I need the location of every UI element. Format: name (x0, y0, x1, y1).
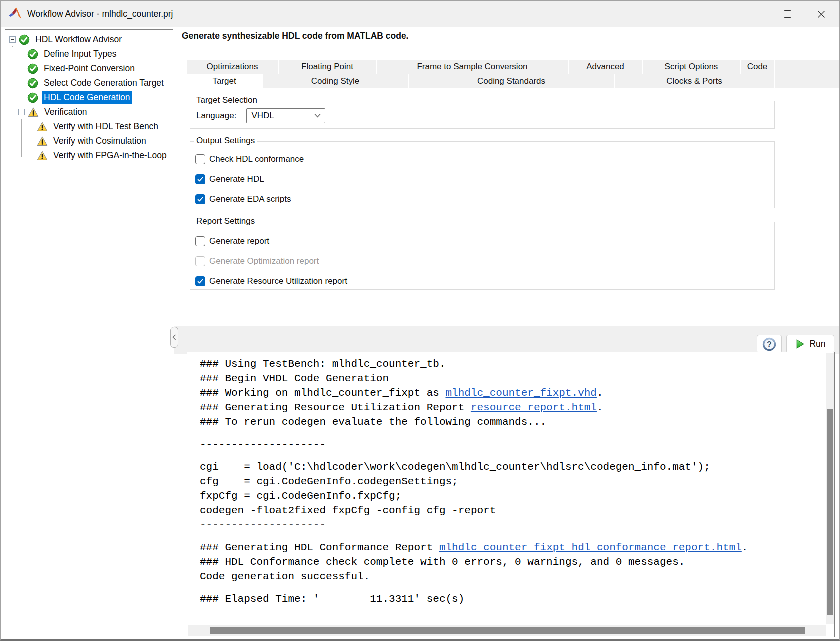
run-button[interactable]: Run (786, 335, 834, 353)
help-button[interactable]: ? (757, 335, 782, 353)
check-icon (27, 92, 38, 103)
log-link[interactable]: resource_report.html (471, 402, 597, 413)
tab-clocks-ports[interactable]: Clocks & Ports (615, 74, 775, 88)
console-line: ### Working on mlhdlc_counter_fixpt as m… (200, 386, 825, 400)
tab-coding-standards[interactable]: Coding Standards (409, 74, 615, 88)
tree-item-verify-with-cosimulation[interactable]: Verify with Cosimulation (5, 134, 173, 148)
checkbox-generate-resource-utilization-report[interactable] (195, 276, 205, 286)
tab-row-2: TargetCoding StyleCoding StandardsClocks… (187, 74, 839, 88)
log-text: . (597, 387, 603, 399)
target-selection-legend: Target Selection (194, 95, 260, 105)
tree-item-select-code-generation-target[interactable]: Select Code Generation Target (5, 76, 173, 90)
tab-frame-to-sample-conversion[interactable]: Frame to Sample Conversion (377, 60, 569, 74)
log-link[interactable]: mlhdlc_counter_fixpt.vhd (445, 387, 596, 399)
option-generate-hdl[interactable]: Generate HDL (195, 172, 774, 186)
output-settings-legend: Output Settings (194, 136, 257, 146)
checkbox-generate-hdl[interactable] (195, 174, 205, 184)
console-blank-line (200, 584, 825, 592)
tab-optimizations[interactable]: Optimizations (187, 60, 279, 74)
tree-item-hdl-workflow-advisor[interactable]: HDL Workflow Advisor (5, 32, 173, 47)
option-generate-resource-utilization-report[interactable]: Generate Resource Utilization report (195, 274, 774, 288)
action-bar (174, 326, 839, 354)
option-generate-eda-scripts[interactable]: Generate EDA scripts (195, 192, 774, 206)
checkbox-generate-eda-scripts[interactable] (195, 194, 205, 204)
matlab-logo-icon (8, 7, 22, 21)
horizontal-scrollbar[interactable] (188, 625, 826, 636)
check-icon-wrap (27, 92, 38, 103)
warning-icon (37, 150, 48, 161)
maximize-icon (784, 10, 791, 18)
tree-item-label: Verification (42, 106, 89, 118)
tree-item-verification[interactable]: Verification (5, 105, 173, 119)
console-line: -------------------- (200, 437, 825, 452)
tab-coding-style[interactable]: Coding Style (263, 74, 409, 88)
close-button[interactable] (804, 1, 838, 27)
log-text: . (742, 542, 748, 553)
checkbox-label: Generate HDL (209, 174, 264, 184)
vertical-scrollbar-thumb[interactable] (827, 409, 833, 615)
checkbox-check-hdl-conformance[interactable] (195, 154, 205, 164)
tab-floating-point[interactable]: Floating Point (279, 60, 377, 74)
checkmark-icon (197, 278, 204, 285)
output-settings-group: Output Settings Check HDL conformanceGen… (190, 141, 775, 208)
horizontal-scrollbar-thumb[interactable] (210, 627, 805, 634)
settings-tabs: OptimizationsFloating PointFrame to Samp… (187, 60, 839, 88)
warning-icon (37, 121, 48, 132)
tab-code[interactable]: Code (741, 60, 775, 74)
option-check-hdl-conformance[interactable]: Check HDL conformance (195, 152, 774, 166)
log-text: ### Elapsed Time: ' 11.3311' sec(s) (200, 593, 464, 605)
log-text: Code generation successful. (200, 571, 370, 582)
minimize-button[interactable] (736, 1, 770, 27)
tree-connector (21, 119, 22, 157)
console-line: fxpCfg = cgi.CodeGenInfo.fxpCfg; (200, 489, 825, 503)
collapse-expander-icon[interactable] (18, 109, 25, 115)
tab-target[interactable]: Target (187, 74, 263, 88)
option-generate-optimization-report[interactable]: Generate Optimization report (195, 254, 774, 268)
check-icon-wrap (27, 49, 38, 60)
tree-item-label: HDL Workflow Advisor (33, 33, 124, 46)
tree-item-fixed-point-conversion[interactable]: Fixed-Point Conversion (5, 61, 173, 76)
log-link[interactable]: mlhdlc_counter_fixpt_hdl_conformance_rep… (439, 542, 742, 553)
warning-icon (37, 136, 48, 147)
check-icon (19, 34, 30, 45)
language-label: Language: (196, 111, 236, 121)
language-row: Language: VHDL (196, 108, 325, 123)
tree-item-define-input-types[interactable]: Define Input Types (5, 47, 173, 61)
tree-item-label: Fixed-Point Conversion (42, 62, 137, 75)
warning-icon (28, 107, 39, 118)
tab-advanced[interactable]: Advanced (569, 60, 643, 74)
check-icon-wrap (27, 63, 38, 74)
warning-icon-wrap (37, 136, 48, 147)
collapse-handle[interactable] (170, 327, 178, 348)
tree-item-label: Verify with Cosimulation (51, 135, 148, 147)
maximize-button[interactable] (770, 1, 804, 27)
report-settings-group: Report Settings Generate reportGenerate … (190, 222, 775, 290)
console-line: Code generation successful. (200, 569, 825, 584)
vertical-scrollbar[interactable] (826, 353, 834, 624)
tab-script-options[interactable]: Script Options (643, 60, 741, 74)
collapse-expander-icon[interactable] (9, 36, 16, 43)
warning-icon-wrap (37, 150, 48, 161)
tree-item-verify-with-fpga-in-the-loop[interactable]: Verify with FPGA-in-the-Loop (5, 148, 173, 163)
log-text: ### Begin VHDL Code Generation (200, 373, 389, 384)
language-select[interactable]: VHDL (246, 108, 325, 123)
workflow-tree-panel: HDL Workflow AdvisorDefine Input TypesFi… (5, 29, 173, 636)
tree-item-label: Verify with FPGA-in-the-Loop (51, 149, 169, 162)
checkbox-label: Generate Resource Utilization report (209, 276, 347, 286)
tree-item-verify-with-hdl-test-bench[interactable]: Verify with HDL Test Bench (5, 119, 173, 134)
check-icon-wrap (19, 34, 30, 45)
checkbox-label: Generate report (209, 236, 269, 246)
console-line: ### Generating HDL Conformance Report ml… (200, 540, 825, 555)
workflow-advisor-window: Workflow Advisor - mlhdlc_counter.prj HD… (0, 0, 840, 641)
checkbox-generate-report[interactable] (195, 236, 205, 246)
run-button-label: Run (809, 339, 825, 349)
log-text: ### Generating Resource Utilization Repo… (200, 402, 471, 413)
console-line: ### Elapsed Time: ' 11.3311' sec(s) (200, 592, 825, 606)
warning-icon-wrap (37, 121, 48, 132)
tree-item-hdl-code-generation[interactable]: HDL Code Generation (5, 90, 173, 105)
close-icon (817, 10, 825, 18)
output-options: Check HDL conformanceGenerate HDLGenerat… (190, 142, 774, 206)
option-generate-report[interactable]: Generate report (195, 234, 774, 248)
checkbox-label: Generate Optimization report (209, 256, 319, 266)
console-line: ### HDL Conformance check complete with … (200, 555, 825, 569)
